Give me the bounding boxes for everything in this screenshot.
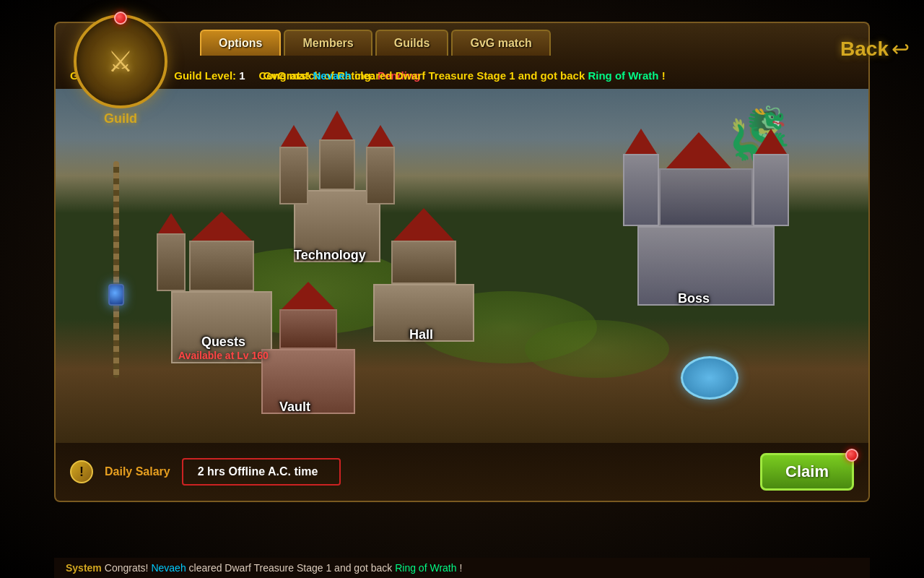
- back-arrow-icon: ↩: [892, 36, 910, 61]
- vault-name: Vault: [279, 400, 310, 415]
- boss-name: Boss: [678, 291, 710, 306]
- offline-ac: Offline A.C. time: [228, 465, 318, 478]
- emblem-circle: ⚔: [74, 14, 167, 108]
- quests-name: Quests: [178, 335, 269, 350]
- lantern-decoration: [108, 284, 124, 306]
- technology-name: Technology: [294, 248, 366, 263]
- alert-icon: !: [70, 460, 93, 483]
- guild-emblem: ⚔ Guild: [48, 9, 193, 131]
- label-boss[interactable]: Boss: [678, 291, 710, 306]
- system-bar: System Congrats! Nevaeh cleared Dwarf Tr…: [54, 558, 870, 578]
- sys-player: Nevaeh: [151, 562, 186, 574]
- chain-decoration: [113, 161, 119, 378]
- top-nav: ⚔ Guild Options Members Guilds GvG match: [54, 22, 870, 61]
- tab-guilds[interactable]: Guilds: [375, 30, 449, 56]
- sys-suffix: !: [459, 562, 462, 574]
- claim-label: Claim: [785, 462, 829, 481]
- offline-text: 2 hrs Offline A.C. time: [198, 465, 318, 478]
- tab-members[interactable]: Members: [284, 30, 372, 56]
- sys-prefix: Congrats!: [105, 562, 149, 574]
- offline-hours: 2 hrs: [198, 465, 225, 478]
- gvg-status: Pending: [378, 69, 420, 82]
- label-technology[interactable]: Technology: [294, 248, 366, 263]
- salary-label: Daily Salary: [105, 465, 170, 478]
- bottom-bar: ! Daily Salary 2 hrs Offline A.C. time C…: [54, 443, 870, 502]
- guild-map: 🐉: [54, 89, 870, 443]
- sys-item: Ring of Wrath: [395, 562, 456, 574]
- ticker-item: Ring of Wrath: [588, 69, 658, 82]
- claim-gem: [845, 449, 858, 462]
- sys-msg: cleared Dwarf Treasure Stage 1 and got b…: [189, 562, 396, 574]
- hall-name: Hall: [409, 327, 433, 342]
- tab-gvg[interactable]: GvG match: [451, 30, 550, 56]
- emblem-red-gem: [114, 12, 127, 25]
- gvg-label: GvG match of Rating:: [263, 69, 375, 82]
- claim-button[interactable]: Claim: [760, 453, 854, 491]
- system-message: Congrats! Nevaeh cleared Dwarf Treasure …: [105, 562, 462, 574]
- emblem-sword-icon: ⚔: [108, 45, 134, 78]
- guild-level-value: 1: [239, 69, 260, 82]
- tab-options[interactable]: Options: [200, 30, 281, 56]
- label-hall[interactable]: Hall: [409, 327, 433, 342]
- offline-box: 2 hrs Offline A.C. time: [182, 458, 341, 486]
- quests-sublabel: Available at Lv 160: [178, 350, 269, 361]
- main-container: ⚔ Guild Options Members Guilds GvG match…: [54, 22, 870, 564]
- fountain: [681, 356, 738, 400]
- label-vault[interactable]: Vault: [279, 400, 310, 415]
- terrain-3: [525, 320, 669, 378]
- label-quests[interactable]: Quests Available at Lv 160: [178, 335, 269, 361]
- guild-title: Guild: [104, 111, 137, 126]
- back-button[interactable]: Back ↩: [840, 36, 910, 61]
- ticker-suffix: !: [662, 69, 666, 82]
- back-label: Back: [840, 38, 889, 61]
- system-label: System: [66, 562, 102, 574]
